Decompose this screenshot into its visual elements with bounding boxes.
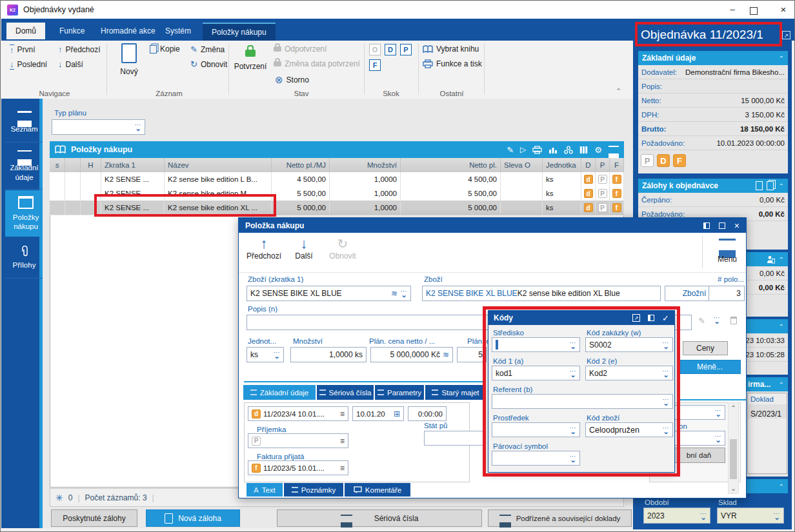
jump-f-button[interactable]: F — [369, 59, 381, 71]
tab-poznamky[interactable]: Poznámky — [284, 483, 343, 497]
column-header-f[interactable]: F — [610, 158, 624, 172]
dropdown-icon[interactable] — [663, 398, 669, 406]
dropdown-icon[interactable] — [715, 435, 721, 442]
stredisko-dropdown[interactable] — [492, 337, 580, 352]
edit-pencil-icon[interactable]: ✎ — [698, 316, 705, 326]
sidebar-item-polozky-nakupu[interactable]: Položky nákupu — [5, 190, 46, 237]
dialog-refresh-button[interactable]: ↻ Obnovit — [324, 236, 361, 261]
tab-domu[interactable]: Domů — [6, 23, 45, 39]
polozka-count-input[interactable]: 3 — [709, 286, 745, 301]
dropdown-icon[interactable] — [274, 351, 280, 359]
tab-polozky-nakupu[interactable]: Položky nákupu — [203, 23, 276, 41]
referent-dropdown[interactable] — [492, 394, 673, 409]
dropdown-icon[interactable] — [663, 369, 669, 377]
related-docs-icon[interactable]: ≡ — [340, 464, 345, 473]
first-button[interactable]: ↑První — [10, 44, 35, 55]
cell-nazev[interactable]: K2 sense bike edition XL ... — [165, 201, 272, 215]
tab-komentare[interactable]: Komentáře — [345, 483, 410, 497]
select-book-button[interactable]: Vybrat knihu — [423, 44, 479, 54]
table-row[interactable]: K2 SENSE ... K2 sense bike edition L B..… — [50, 172, 624, 187]
dodaci-list-field[interactable]: d 11/2023/4 10.01.... ≡ — [248, 406, 348, 421]
column-header-h[interactable]: H — [81, 158, 101, 172]
dropdown-icon[interactable] — [774, 512, 780, 520]
storno-button[interactable]: ⊗Storno — [275, 74, 309, 86]
column-header-netto-mj[interactable]: Netto pl./MJ — [272, 158, 330, 172]
unconfirm-button[interactable]: Odpotvrzení — [274, 44, 327, 54]
cell-jednotka[interactable]: ks — [543, 201, 581, 215]
calendar-icon[interactable]: ⊞ — [394, 409, 400, 419]
doklad-value[interactable]: S/2023/1 — [748, 404, 787, 419]
scroll-thumb[interactable] — [730, 439, 737, 479]
grid-chart-icon[interactable] — [548, 146, 558, 154]
prostredek-dropdown[interactable] — [492, 422, 580, 437]
sidebar-item-zakladni-udaje[interactable]: Základní údaje — [5, 143, 43, 190]
cell-sleva[interactable] — [501, 172, 543, 186]
cell-mnozstvi[interactable]: 1,0000 — [330, 172, 401, 186]
collapse-icon[interactable]: ⌃ — [779, 323, 784, 330]
cell-sleva[interactable] — [501, 186, 543, 201]
document-icon[interactable] — [756, 181, 763, 190]
grid-run-icon[interactable]: ▷ — [520, 145, 526, 154]
grid-edit-icon[interactable]: ✎ — [507, 145, 514, 155]
tab-hromadne-akce[interactable]: Hromadné akce — [92, 23, 165, 39]
mene-button[interactable]: Méně... — [679, 360, 741, 374]
dialog-scrollbar[interactable]: ⌃ ⌄ — [728, 402, 739, 494]
podrizene-doklady-button[interactable]: Podřízené a související doklady — [488, 509, 632, 527]
ribbon-collapse-chevron[interactable]: ⌃ — [616, 87, 621, 95]
collapse-icon[interactable]: ⌃ — [779, 381, 784, 388]
tab-system[interactable]: Systém — [156, 23, 200, 39]
seriova-cisla-button[interactable]: Sériová čísla — [277, 509, 482, 527]
kod1-dropdown[interactable]: kod1 — [492, 366, 580, 380]
dropdown-icon[interactable] — [570, 426, 576, 434]
cell-zkratka[interactable]: K2 SENSE ... — [101, 186, 165, 201]
obdobi-dropdown[interactable]: 2023 — [643, 507, 710, 524]
tab-text[interactable]: AText — [247, 483, 283, 497]
kody-ok-icon[interactable]: ✓ — [662, 313, 669, 323]
cell-jednotka[interactable]: ks — [543, 186, 581, 201]
cell-mnozstvi[interactable]: 1,0000 — [330, 201, 401, 215]
cell-jednotka[interactable]: ks — [543, 172, 581, 186]
cell-nazev[interactable]: K2 sense bike edition L B... — [165, 172, 272, 186]
kod-zakazky-dropdown[interactable]: S0002 — [585, 337, 673, 352]
cell-zkratka[interactable]: K2 SENSE ... — [101, 172, 165, 186]
kody-titlebar[interactable]: Kódy ↗ ✓ — [488, 311, 674, 325]
scroll-down-icon[interactable]: ⌄ — [729, 485, 738, 492]
related-docs-icon[interactable]: ≡ — [340, 437, 345, 446]
refresh-button[interactable]: ↻Obnovit — [190, 59, 227, 69]
dropdown-icon[interactable] — [700, 512, 707, 520]
dropdown-icon[interactable] — [663, 426, 669, 434]
mnozstvi-input[interactable]: 1,0000 ks — [290, 347, 367, 362]
next-button[interactable]: ↓Další — [58, 59, 83, 69]
cell-mnozstvi[interactable]: 1,0000 — [330, 186, 401, 201]
grid-settings-icon[interactable]: ⚙ — [594, 145, 602, 155]
column-header-jednotka[interactable]: Jednotka — [543, 158, 581, 172]
status-p-badge[interactable]: P — [641, 154, 654, 167]
cell-zkratka[interactable]: K2 SENSE ... — [101, 201, 165, 215]
jump-d-button[interactable]: D — [385, 44, 396, 55]
grid-menu-icon[interactable] — [609, 146, 619, 153]
dialog-maximize-icon[interactable] — [719, 222, 725, 229]
change-button[interactable]: ✎Změna — [190, 44, 225, 54]
change-confirm-date-button[interactable]: Změna data potvrzení — [274, 59, 360, 68]
right-col-dropdown-1[interactable] — [672, 405, 725, 420]
status-d-badge[interactable]: D — [657, 154, 670, 167]
section-header-zalohy[interactable]: Zálohy k objednávce ⌃ — [638, 179, 788, 193]
tab-parametry[interactable]: Parametry — [375, 385, 424, 400]
dialog-prev-button[interactable]: ↑ Předchozí — [244, 236, 284, 261]
scroll-up-icon[interactable]: ⌃ — [729, 404, 738, 411]
status-f-badge[interactable]: F — [673, 154, 686, 167]
column-header-netto[interactable]: Netto pl. — [401, 158, 501, 172]
cell-sleva[interactable] — [501, 201, 543, 215]
column-header-zkratka[interactable]: Zkratka 1 — [101, 158, 165, 172]
column-header-mnozstvi[interactable]: Množství — [330, 158, 401, 172]
kody-dock-icon[interactable] — [648, 315, 654, 321]
maximize-button[interactable] — [750, 7, 758, 15]
zbozi-zkratka-input[interactable]: K2 SENSE BIKE XL BLUE≋ — [247, 286, 411, 301]
section-header-zakladni-udaje[interactable]: Základní údaje⌃ — [638, 51, 788, 65]
jump-p-button[interactable]: P — [400, 44, 412, 55]
dropdown-icon[interactable] — [663, 341, 669, 349]
kod2-dropdown[interactable]: Kod2 — [585, 366, 673, 380]
dialog-menu-button[interactable]: Menu — [711, 239, 743, 264]
tab-stary-majetek[interactable]: Starý majet — [425, 385, 486, 400]
right-col-dropdown-2[interactable] — [672, 431, 725, 446]
